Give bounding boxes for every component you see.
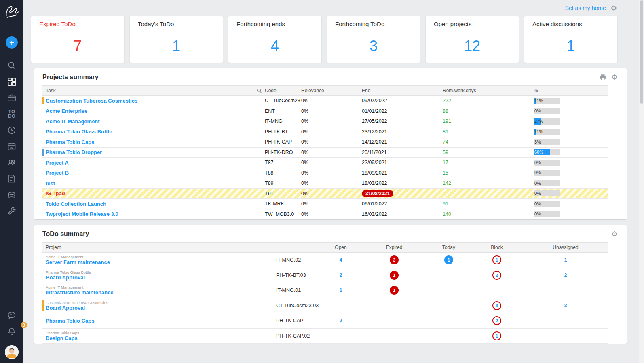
col-block[interactable]: Block bbox=[470, 243, 524, 252]
task-link[interactable]: Acme Enterprise bbox=[46, 108, 87, 114]
stat-card-value[interactable]: 12 bbox=[426, 32, 519, 55]
stat-card-value[interactable]: 1 bbox=[524, 32, 617, 55]
end-cell: 31/08/2021 bbox=[362, 190, 443, 197]
col-relevance[interactable]: Relevance bbox=[301, 86, 362, 95]
unassigned-count[interactable]: 3 bbox=[564, 303, 567, 308]
today-badge[interactable]: 1 bbox=[444, 255, 453, 264]
stat-card-label: Expired ToDo bbox=[31, 16, 124, 32]
task-link[interactable]: Customization Tuberosa Cosmestics bbox=[46, 98, 137, 104]
stat-card: Open projects12 bbox=[426, 16, 519, 63]
task-link[interactable]: Twproject Mobile Release 3.0 bbox=[46, 211, 118, 217]
col-rem-work-days[interactable]: Rem.work.days bbox=[443, 86, 534, 95]
stat-card-value[interactable]: 1 bbox=[130, 32, 223, 55]
code-cell: TW_MOB3.0 bbox=[265, 211, 301, 217]
sidebar-item-todo[interactable]: TO DO bbox=[0, 106, 23, 122]
unassigned-count[interactable]: 2 bbox=[564, 272, 567, 278]
todo-task-link[interactable]: Board Approval bbox=[46, 274, 276, 281]
block-badge[interactable]: 3 bbox=[492, 301, 501, 310]
stat-card-label: Forthcoming ToDo bbox=[327, 16, 420, 32]
percent-bar: 0% bbox=[534, 180, 560, 186]
open-count[interactable]: 2 bbox=[340, 272, 342, 278]
stat-card-value[interactable]: 4 bbox=[228, 32, 321, 55]
block-badge[interactable]: 1 bbox=[492, 331, 501, 340]
col-end[interactable]: End bbox=[362, 86, 443, 95]
col-percent[interactable]: % bbox=[534, 86, 608, 95]
percent-label: 0% bbox=[534, 190, 541, 196]
twproject-logo-icon[interactable] bbox=[3, 3, 20, 23]
unassigned-cell: 3 bbox=[524, 303, 608, 308]
percent-bar: 60% bbox=[534, 149, 560, 155]
col-today[interactable]: Today bbox=[427, 243, 470, 252]
column-search-icon[interactable] bbox=[256, 88, 262, 94]
expired-badge[interactable]: 1 bbox=[390, 286, 399, 295]
sidebar-item-costs[interactable] bbox=[0, 187, 23, 203]
expired-badge[interactable]: 3 bbox=[390, 255, 399, 264]
task-link[interactable]: Tokio Collection Launch bbox=[46, 201, 106, 207]
percent-bar: 11% bbox=[534, 98, 560, 104]
expired-badge[interactable]: 1 bbox=[390, 271, 399, 280]
open-count[interactable]: 2 bbox=[340, 318, 342, 323]
code-cell: PH-TK-DRO bbox=[265, 150, 301, 155]
task-link[interactable]: test bbox=[46, 180, 55, 186]
block-badge[interactable]: 2 bbox=[492, 316, 501, 325]
project-row: Tokio Collection LaunchTK-MRK0%06/01/202… bbox=[42, 199, 608, 209]
col-task[interactable]: Task bbox=[46, 88, 56, 93]
task-link[interactable]: Pharma Tokio Caps bbox=[46, 139, 94, 145]
unassigned-count[interactable]: 1 bbox=[564, 257, 567, 263]
stat-card-value[interactable]: 7 bbox=[31, 32, 124, 55]
col-expired[interactable]: Expired bbox=[361, 243, 427, 252]
code-cell: T87 bbox=[265, 160, 301, 165]
rem-work-days-cell: 74 bbox=[443, 139, 534, 145]
sidebar-item-documents[interactable] bbox=[0, 171, 23, 187]
sidebar-item-projects[interactable] bbox=[0, 90, 23, 106]
scrollbar[interactable] bbox=[639, 0, 644, 363]
col-open[interactable]: Open bbox=[321, 243, 361, 252]
percent-cell: 11% bbox=[534, 129, 608, 135]
relevance-cell: 0% bbox=[301, 180, 362, 186]
todo-task-link[interactable]: Board Approval bbox=[46, 305, 276, 311]
todo-task-link[interactable]: Infrastructure maintenance bbox=[46, 289, 276, 295]
relevance-cell: 0% bbox=[301, 201, 362, 207]
block-badge[interactable]: 2 bbox=[492, 271, 501, 280]
open-count[interactable]: 1 bbox=[340, 287, 342, 293]
task-link[interactable]: Acme IT Management bbox=[46, 118, 100, 125]
todo-task-link[interactable]: Pharma Tokio Caps bbox=[46, 318, 276, 324]
projects-gear-icon[interactable]: ⚙ bbox=[611, 74, 618, 81]
task-link[interactable]: IG_Ipad bbox=[46, 190, 65, 196]
task-link[interactable]: Pharma Tokio Dropper bbox=[46, 149, 102, 155]
project-row: IG_IpadT910%31/08/2021-10% bbox=[42, 189, 608, 199]
unassigned-cell: 1 bbox=[524, 257, 608, 263]
todo-summary-title: ToDo summary bbox=[42, 230, 89, 238]
sidebar-nav: TO DO 31 bbox=[0, 57, 23, 219]
stat-card-label: Today's ToDo bbox=[130, 16, 223, 32]
scrollbar-thumb[interactable] bbox=[640, 0, 643, 104]
task-link[interactable]: Project A bbox=[46, 160, 69, 166]
sidebar-item-resources[interactable] bbox=[0, 154, 23, 171]
col-project[interactable]: Project bbox=[46, 245, 61, 250]
sidebar-item-calendar[interactable]: 31 bbox=[0, 138, 23, 154]
sidebar-item-tools[interactable] bbox=[0, 203, 23, 219]
task-link[interactable]: Pharma Tokio Glass Bottle bbox=[46, 129, 112, 135]
todo-task-link[interactable]: Server Farm maintenance bbox=[46, 259, 276, 265]
stat-card: Forthcoming ends4 bbox=[228, 16, 321, 63]
sidebar-item-search[interactable] bbox=[0, 57, 23, 74]
settings-gear-icon[interactable]: ⚙ bbox=[611, 5, 617, 12]
stat-card-value[interactable]: 3 bbox=[327, 32, 420, 55]
todo-gear-icon[interactable]: ⚙ bbox=[611, 230, 618, 238]
task-link[interactable]: Project B bbox=[46, 170, 69, 176]
add-button[interactable]: + bbox=[6, 36, 18, 49]
set-as-home-link[interactable]: Set as my home bbox=[565, 5, 606, 11]
col-unassigned[interactable]: Unassigned bbox=[524, 243, 608, 252]
block-badge[interactable]: 1 bbox=[492, 255, 501, 264]
sidebar-item-worklog[interactable] bbox=[0, 122, 23, 138]
sidebar-item-chat[interactable] bbox=[0, 307, 23, 323]
print-icon[interactable] bbox=[599, 74, 606, 81]
open-cell: 2 bbox=[321, 272, 361, 278]
sidebar-item-notifications[interactable]: 3 bbox=[0, 323, 23, 340]
open-count[interactable]: 4 bbox=[340, 257, 342, 263]
block-cell: 3 bbox=[470, 301, 524, 310]
col-code[interactable]: Code bbox=[265, 86, 301, 95]
sidebar-item-dashboard[interactable] bbox=[0, 74, 23, 90]
avatar[interactable] bbox=[5, 345, 19, 359]
todo-task-link[interactable]: Design Caps bbox=[46, 335, 276, 341]
